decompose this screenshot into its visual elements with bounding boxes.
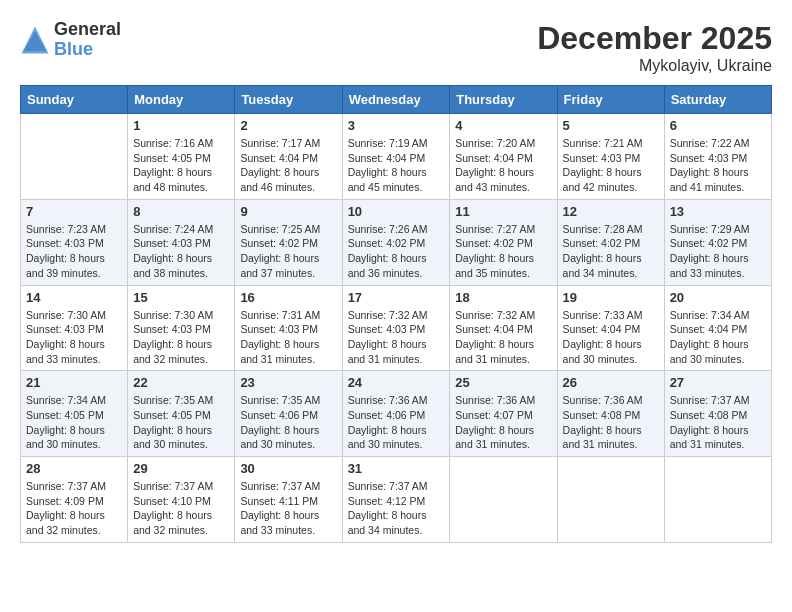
- calendar-week-row: 21Sunrise: 7:34 AM Sunset: 4:05 PM Dayli…: [21, 371, 772, 457]
- day-number: 21: [26, 375, 122, 390]
- weekday-header: Sunday: [21, 86, 128, 114]
- day-info: Sunrise: 7:28 AM Sunset: 4:02 PM Dayligh…: [563, 222, 659, 281]
- svg-marker-1: [24, 31, 47, 51]
- day-info: Sunrise: 7:33 AM Sunset: 4:04 PM Dayligh…: [563, 308, 659, 367]
- day-number: 29: [133, 461, 229, 476]
- day-info: Sunrise: 7:19 AM Sunset: 4:04 PM Dayligh…: [348, 136, 445, 195]
- calendar-cell: [557, 457, 664, 543]
- calendar-cell: 11Sunrise: 7:27 AM Sunset: 4:02 PM Dayli…: [450, 199, 557, 285]
- day-number: 11: [455, 204, 551, 219]
- day-info: Sunrise: 7:36 AM Sunset: 4:07 PM Dayligh…: [455, 393, 551, 452]
- logo-blue-text: Blue: [54, 40, 121, 60]
- day-number: 16: [240, 290, 336, 305]
- calendar-cell: 13Sunrise: 7:29 AM Sunset: 4:02 PM Dayli…: [664, 199, 771, 285]
- calendar-cell: 24Sunrise: 7:36 AM Sunset: 4:06 PM Dayli…: [342, 371, 450, 457]
- calendar-cell: 28Sunrise: 7:37 AM Sunset: 4:09 PM Dayli…: [21, 457, 128, 543]
- day-number: 6: [670, 118, 766, 133]
- day-number: 9: [240, 204, 336, 219]
- calendar-cell: 30Sunrise: 7:37 AM Sunset: 4:11 PM Dayli…: [235, 457, 342, 543]
- calendar-cell: 12Sunrise: 7:28 AM Sunset: 4:02 PM Dayli…: [557, 199, 664, 285]
- calendar-cell: 23Sunrise: 7:35 AM Sunset: 4:06 PM Dayli…: [235, 371, 342, 457]
- logo-icon: [20, 25, 50, 55]
- day-number: 22: [133, 375, 229, 390]
- day-info: Sunrise: 7:16 AM Sunset: 4:05 PM Dayligh…: [133, 136, 229, 195]
- calendar-table: SundayMondayTuesdayWednesdayThursdayFrid…: [20, 85, 772, 543]
- weekday-header-row: SundayMondayTuesdayWednesdayThursdayFrid…: [21, 86, 772, 114]
- calendar-week-row: 14Sunrise: 7:30 AM Sunset: 4:03 PM Dayli…: [21, 285, 772, 371]
- logo-general-text: General: [54, 20, 121, 40]
- calendar-cell: 21Sunrise: 7:34 AM Sunset: 4:05 PM Dayli…: [21, 371, 128, 457]
- day-info: Sunrise: 7:17 AM Sunset: 4:04 PM Dayligh…: [240, 136, 336, 195]
- logo: General Blue: [20, 20, 121, 60]
- day-info: Sunrise: 7:36 AM Sunset: 4:08 PM Dayligh…: [563, 393, 659, 452]
- day-info: Sunrise: 7:36 AM Sunset: 4:06 PM Dayligh…: [348, 393, 445, 452]
- day-number: 15: [133, 290, 229, 305]
- weekday-header: Monday: [128, 86, 235, 114]
- calendar-cell: [450, 457, 557, 543]
- calendar-cell: [664, 457, 771, 543]
- calendar-cell: 3Sunrise: 7:19 AM Sunset: 4:04 PM Daylig…: [342, 114, 450, 200]
- weekday-header: Thursday: [450, 86, 557, 114]
- calendar-cell: 2Sunrise: 7:17 AM Sunset: 4:04 PM Daylig…: [235, 114, 342, 200]
- day-info: Sunrise: 7:30 AM Sunset: 4:03 PM Dayligh…: [133, 308, 229, 367]
- day-number: 23: [240, 375, 336, 390]
- day-number: 28: [26, 461, 122, 476]
- calendar-cell: 29Sunrise: 7:37 AM Sunset: 4:10 PM Dayli…: [128, 457, 235, 543]
- day-info: Sunrise: 7:27 AM Sunset: 4:02 PM Dayligh…: [455, 222, 551, 281]
- calendar-cell: 16Sunrise: 7:31 AM Sunset: 4:03 PM Dayli…: [235, 285, 342, 371]
- day-info: Sunrise: 7:30 AM Sunset: 4:03 PM Dayligh…: [26, 308, 122, 367]
- day-info: Sunrise: 7:37 AM Sunset: 4:10 PM Dayligh…: [133, 479, 229, 538]
- location: Mykolayiv, Ukraine: [537, 57, 772, 75]
- day-number: 8: [133, 204, 229, 219]
- calendar-cell: 17Sunrise: 7:32 AM Sunset: 4:03 PM Dayli…: [342, 285, 450, 371]
- calendar-cell: 15Sunrise: 7:30 AM Sunset: 4:03 PM Dayli…: [128, 285, 235, 371]
- weekday-header: Friday: [557, 86, 664, 114]
- day-number: 20: [670, 290, 766, 305]
- day-info: Sunrise: 7:21 AM Sunset: 4:03 PM Dayligh…: [563, 136, 659, 195]
- day-info: Sunrise: 7:37 AM Sunset: 4:11 PM Dayligh…: [240, 479, 336, 538]
- calendar-cell: 9Sunrise: 7:25 AM Sunset: 4:02 PM Daylig…: [235, 199, 342, 285]
- day-number: 4: [455, 118, 551, 133]
- calendar-cell: [21, 114, 128, 200]
- calendar-cell: 14Sunrise: 7:30 AM Sunset: 4:03 PM Dayli…: [21, 285, 128, 371]
- day-info: Sunrise: 7:35 AM Sunset: 4:06 PM Dayligh…: [240, 393, 336, 452]
- day-number: 30: [240, 461, 336, 476]
- day-info: Sunrise: 7:32 AM Sunset: 4:04 PM Dayligh…: [455, 308, 551, 367]
- day-info: Sunrise: 7:29 AM Sunset: 4:02 PM Dayligh…: [670, 222, 766, 281]
- day-number: 25: [455, 375, 551, 390]
- day-number: 18: [455, 290, 551, 305]
- month-title: December 2025: [537, 20, 772, 57]
- day-number: 7: [26, 204, 122, 219]
- calendar-cell: 10Sunrise: 7:26 AM Sunset: 4:02 PM Dayli…: [342, 199, 450, 285]
- calendar-cell: 18Sunrise: 7:32 AM Sunset: 4:04 PM Dayli…: [450, 285, 557, 371]
- day-info: Sunrise: 7:23 AM Sunset: 4:03 PM Dayligh…: [26, 222, 122, 281]
- day-info: Sunrise: 7:34 AM Sunset: 4:05 PM Dayligh…: [26, 393, 122, 452]
- calendar-cell: 6Sunrise: 7:22 AM Sunset: 4:03 PM Daylig…: [664, 114, 771, 200]
- calendar-cell: 25Sunrise: 7:36 AM Sunset: 4:07 PM Dayli…: [450, 371, 557, 457]
- day-number: 14: [26, 290, 122, 305]
- day-info: Sunrise: 7:24 AM Sunset: 4:03 PM Dayligh…: [133, 222, 229, 281]
- day-info: Sunrise: 7:25 AM Sunset: 4:02 PM Dayligh…: [240, 222, 336, 281]
- day-info: Sunrise: 7:35 AM Sunset: 4:05 PM Dayligh…: [133, 393, 229, 452]
- day-number: 13: [670, 204, 766, 219]
- day-info: Sunrise: 7:32 AM Sunset: 4:03 PM Dayligh…: [348, 308, 445, 367]
- calendar-cell: 7Sunrise: 7:23 AM Sunset: 4:03 PM Daylig…: [21, 199, 128, 285]
- page-header: General Blue December 2025 Mykolayiv, Uk…: [20, 20, 772, 75]
- day-number: 17: [348, 290, 445, 305]
- day-number: 27: [670, 375, 766, 390]
- weekday-header: Tuesday: [235, 86, 342, 114]
- day-info: Sunrise: 7:37 AM Sunset: 4:08 PM Dayligh…: [670, 393, 766, 452]
- day-number: 3: [348, 118, 445, 133]
- day-number: 5: [563, 118, 659, 133]
- calendar-week-row: 1Sunrise: 7:16 AM Sunset: 4:05 PM Daylig…: [21, 114, 772, 200]
- calendar-cell: 1Sunrise: 7:16 AM Sunset: 4:05 PM Daylig…: [128, 114, 235, 200]
- day-number: 1: [133, 118, 229, 133]
- calendar-cell: 8Sunrise: 7:24 AM Sunset: 4:03 PM Daylig…: [128, 199, 235, 285]
- title-block: December 2025 Mykolayiv, Ukraine: [537, 20, 772, 75]
- day-number: 31: [348, 461, 445, 476]
- day-info: Sunrise: 7:34 AM Sunset: 4:04 PM Dayligh…: [670, 308, 766, 367]
- day-info: Sunrise: 7:31 AM Sunset: 4:03 PM Dayligh…: [240, 308, 336, 367]
- calendar-cell: 4Sunrise: 7:20 AM Sunset: 4:04 PM Daylig…: [450, 114, 557, 200]
- day-info: Sunrise: 7:26 AM Sunset: 4:02 PM Dayligh…: [348, 222, 445, 281]
- day-number: 19: [563, 290, 659, 305]
